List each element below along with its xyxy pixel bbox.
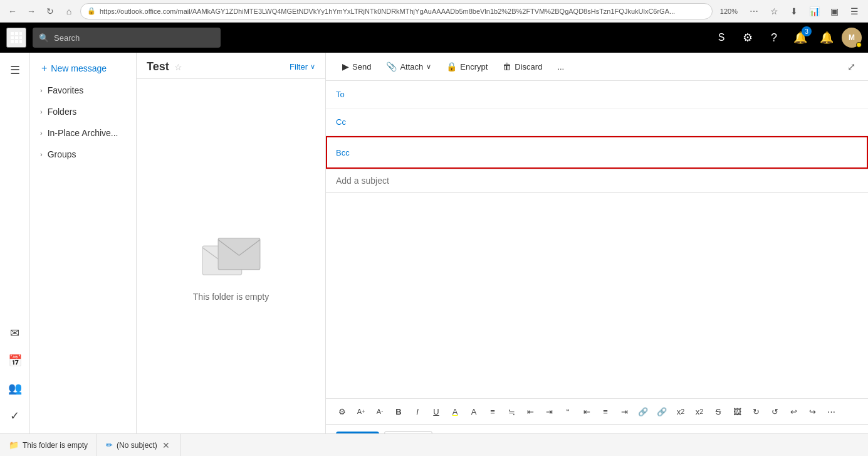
- home-button[interactable]: ⌂: [61, 4, 76, 19]
- extensions-button[interactable]: ⋯: [745, 3, 763, 20]
- font-color-button[interactable]: A: [465, 403, 483, 420]
- app-header: 🔍 Search S ⚙ ? 🔔 3 🔔 M: [0, 23, 868, 53]
- font-size-decrease-button[interactable]: A-: [371, 403, 389, 420]
- search-placeholder: Search: [54, 33, 80, 43]
- increase-indent-button[interactable]: ⇥: [540, 403, 558, 420]
- svg-rect-4: [15, 36, 18, 39]
- sidebar-item-inplace-archive[interactable]: › In-Place Archive...: [33, 123, 133, 143]
- tab-close-button[interactable]: ✕: [161, 439, 171, 452]
- alerts-button[interactable]: 🔔: [815, 26, 838, 49]
- strikethrough-button[interactable]: S: [709, 403, 727, 420]
- format-more-button[interactable]: ⚙: [333, 403, 351, 420]
- settings-button[interactable]: ⚙: [736, 26, 759, 49]
- split-view-icon[interactable]: ▣: [825, 3, 843, 20]
- discard-toolbar-label: Discard: [515, 62, 542, 72]
- sidebar-item-folders[interactable]: › Folders: [33, 102, 133, 122]
- folder-title: Test: [147, 60, 169, 73]
- bcc-input[interactable]: [358, 147, 858, 157]
- send-toolbar-label: Send: [352, 62, 371, 72]
- more-toolbar-label: ...: [557, 62, 564, 72]
- sidebar-menu-toggle[interactable]: ☰: [0, 58, 30, 83]
- attach-toolbar-button[interactable]: 📎 Attach ∨: [380, 58, 437, 75]
- expand-compose-button[interactable]: ⤢: [845, 58, 858, 75]
- new-message-button[interactable]: + New message: [34, 58, 132, 79]
- more-tools-icon[interactable]: ☰: [845, 3, 863, 20]
- more-format-button[interactable]: ⋯: [822, 403, 840, 420]
- cc-input[interactable]: [358, 117, 858, 127]
- avatar-button[interactable]: M: [842, 28, 862, 48]
- attach-chevron-icon: ∨: [426, 63, 431, 71]
- calendar-bottom-button[interactable]: 📅: [3, 348, 28, 373]
- forward-button[interactable]: →: [24, 4, 39, 19]
- encrypt-icon: 🔒: [446, 61, 457, 72]
- encrypt-toolbar-button[interactable]: 🔒 Encrypt: [440, 58, 494, 75]
- subject-input[interactable]: [336, 176, 858, 186]
- undo-button[interactable]: ↩: [785, 403, 802, 420]
- cc-label: Cc: [336, 117, 358, 127]
- sidebar-item-groups[interactable]: › Groups: [33, 144, 133, 164]
- bold-button[interactable]: B: [390, 403, 407, 420]
- to-input[interactable]: [358, 90, 858, 100]
- remove-link-button[interactable]: 🔗: [653, 403, 671, 420]
- tab-no-subject[interactable]: ✏ (No subject) ✕: [97, 434, 180, 456]
- download-icon[interactable]: ⬇: [785, 3, 803, 20]
- rtl-button[interactable]: ↺: [766, 403, 783, 420]
- svg-rect-5: [19, 36, 22, 39]
- insert-image-button[interactable]: 🖼: [728, 403, 746, 420]
- waffle-menu-button[interactable]: [6, 28, 26, 48]
- svg-rect-0: [11, 32, 14, 35]
- attach-toolbar-label: Attach: [400, 62, 423, 72]
- todo-bottom-button[interactable]: ✓: [3, 403, 28, 428]
- help-button[interactable]: ?: [763, 26, 785, 49]
- svg-rect-2: [19, 32, 22, 35]
- numbering-button[interactable]: ≒: [503, 403, 520, 420]
- more-toolbar-button[interactable]: ...: [551, 58, 570, 75]
- main-layout: ☰ + New message › Favorites › Folders › …: [0, 53, 868, 456]
- favorites-button[interactable]: ☆: [765, 3, 783, 20]
- mail-bottom-button[interactable]: ✉: [3, 321, 28, 346]
- left-nav: + New message › Favorites › Folders › In…: [30, 53, 137, 456]
- compose-body[interactable]: [326, 193, 868, 398]
- decrease-indent-button[interactable]: ⇤: [521, 403, 539, 420]
- superscript-button[interactable]: x2: [672, 403, 689, 420]
- underline-button[interactable]: U: [427, 403, 445, 420]
- tab-folder-empty[interactable]: 📁 This folder is empty: [0, 434, 97, 456]
- filter-button[interactable]: Filter ∨: [290, 62, 315, 72]
- align-center-button[interactable]: ≡: [597, 403, 614, 420]
- to-label: To: [336, 90, 358, 99]
- collections-icon[interactable]: 📊: [805, 3, 823, 20]
- avatar-status-dot: [856, 42, 862, 48]
- quote-button[interactable]: “: [559, 403, 577, 420]
- folder-empty-text: This folder is empty: [193, 292, 269, 302]
- skype-button[interactable]: S: [710, 26, 733, 49]
- archive-label: In-Place Archive...: [48, 128, 118, 138]
- bullets-button[interactable]: ≡: [484, 403, 501, 420]
- favorites-label: Favorites: [48, 85, 84, 95]
- insert-link-button[interactable]: 🔗: [634, 403, 652, 420]
- to-row: To: [326, 81, 868, 109]
- subscript-button[interactable]: x2: [691, 403, 708, 420]
- ltr-button[interactable]: ↻: [747, 403, 765, 420]
- notification-badge: 3: [802, 26, 812, 36]
- redo-button[interactable]: ↪: [803, 403, 821, 420]
- folder-header: Test ☆ Filter ∨: [137, 53, 325, 79]
- align-right-button[interactable]: ⇥: [615, 403, 633, 420]
- highlight-button[interactable]: A: [446, 403, 464, 420]
- send-toolbar-button[interactable]: ▶ Send: [336, 58, 377, 75]
- people-bottom-button[interactable]: 👥: [3, 376, 28, 401]
- align-left-button[interactable]: ⇤: [578, 403, 595, 420]
- star-icon[interactable]: ☆: [174, 62, 182, 72]
- plus-icon: +: [41, 63, 47, 74]
- back-button[interactable]: ←: [5, 4, 20, 19]
- lock-icon: 🔒: [87, 7, 96, 15]
- italic-button[interactable]: I: [409, 403, 426, 420]
- search-box[interactable]: 🔍 Search: [33, 28, 221, 48]
- folder-panel: Test ☆ Filter ∨ This folder is empty: [137, 53, 326, 456]
- refresh-button[interactable]: ↻: [43, 4, 58, 19]
- subject-row: [326, 169, 868, 193]
- sidebar-item-favorites[interactable]: › Favorites: [33, 80, 133, 100]
- tab-no-subject-label: (No subject): [117, 441, 157, 450]
- discard-toolbar-button[interactable]: 🗑 Discard: [496, 58, 548, 75]
- address-bar[interactable]: 🔒 https://outlook.office.com/mail/AAMkAG…: [80, 3, 713, 19]
- font-size-increase-button[interactable]: A+: [352, 403, 370, 420]
